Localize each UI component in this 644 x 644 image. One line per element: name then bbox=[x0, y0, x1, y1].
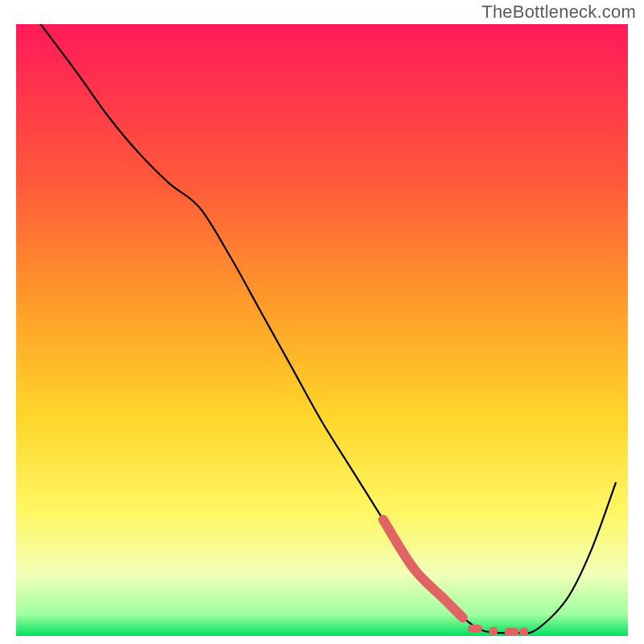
highlight-dot bbox=[489, 626, 497, 635]
chart-container: TheBottleneck.com bbox=[0, 0, 644, 644]
bottleneck-curve bbox=[40, 24, 615, 634]
highlight-dash bbox=[468, 625, 482, 633]
highlight-dot bbox=[519, 627, 528, 636]
plot-area bbox=[16, 24, 628, 636]
watermark-text: TheBottleneck.com bbox=[481, 2, 636, 23]
highlight-segment bbox=[383, 520, 463, 618]
highlight-dash bbox=[505, 628, 519, 636]
curve-layer bbox=[16, 24, 628, 636]
